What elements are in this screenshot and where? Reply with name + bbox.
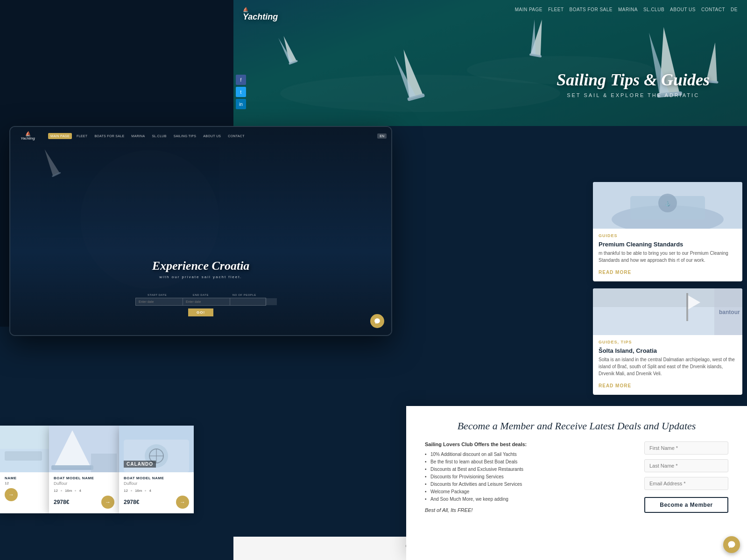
boat-2-footer: 2978€ → [54,496,114,509]
twitter-button[interactable]: t [236,87,246,97]
benefit-5: Discounts for Activities and Leisure Ser… [425,482,630,487]
article-1-read-more[interactable]: READ MORE [599,270,631,275]
boat-partial-specs: 12 [5,481,44,485]
article-1-text: m thankful to be able to bring you ser t… [599,250,737,264]
email-input[interactable] [644,477,728,490]
site-logo[interactable]: ⛵ Yachting [243,7,278,22]
hero-title-block: Sailing Tips & Guides SET SAIL & EXPLORE… [557,70,710,98]
boat-card-3-img: CALANDO [119,426,194,472]
boat-3-brand: Duffour [124,481,189,486]
boat-2-specs: 12 16m 4 [54,489,114,493]
nav-item-about[interactable]: ABOUT US [670,7,696,12]
svg-rect-35 [51,465,93,470]
search-inputs [135,298,266,306]
messenger-bubble-main[interactable] [723,536,740,553]
spec-dot-4 [145,490,146,491]
inner-hero-content: Experience Croatia with our private sail… [10,259,391,279]
go-button[interactable]: GO! [188,308,213,316]
article-card-1-image: ⚓ [593,182,742,229]
start-date-input[interactable] [136,298,183,305]
boat-card-3-body: BOAT MODEL NAME Duffour 12 16m 4 2978€ → [119,472,194,513]
hero-heading: Sailing Tips & Guides [557,70,710,90]
inner-nav-marina[interactable]: MARINA [129,133,147,139]
top-nav: MAIN PAGE FLEET BOATS FOR SALE MARINA SL… [515,7,738,12]
boat-partial-arrow[interactable]: → [5,488,18,501]
article-card-2: bantour GUIDES, TIPS Šolta Island, Croat… [593,288,742,395]
social-sidebar: f t in [236,75,246,109]
membership-subtitle: Sailing Lovers Club Offers the best deal… [425,441,630,447]
laptop-inner: ⛵ Yachting MAIN PAGE FLEET BOATS FOR SAL… [10,127,391,335]
inner-logo-icon: ⛵ [25,131,31,136]
boat-2-arrow[interactable]: → [101,496,114,509]
spec-dot-3 [131,490,132,491]
article-card-1-body: GUIDES Premium Cleaning Standards m than… [593,229,742,281]
boat-partial-type: NAME [5,476,44,480]
boat-partial-footer: → [5,488,44,501]
article-card-2-body: GUIDES, TIPS Šolta Island, Croatia Solta… [593,335,742,395]
article-1-title: Premium Cleaning Standards [599,241,737,248]
nav-item-marina[interactable]: MARINA [618,7,638,12]
svg-text:⚓: ⚓ [665,201,671,207]
boat-card-partial-img [0,426,49,472]
sailboats-aerial [233,0,747,126]
svg-rect-32 [5,451,42,461]
boat-card-3: CALANDO BOAT MODEL NAME Duffour 12 16m 4… [119,426,194,513]
nav-item-slclub[interactable]: SL.CLUB [643,7,664,12]
benefit-1: 10% Additional discount on all Sail Yach… [425,452,630,457]
facebook-button[interactable]: f [236,75,246,85]
benefit-2: Be the first to learn about Best Boat De… [425,459,630,464]
nav-item-fleet[interactable]: FLEET [548,7,564,12]
article-2-read-more[interactable]: READ MORE [599,383,631,388]
inner-logo[interactable]: ⛵ Yachting [15,131,41,140]
nav-item-contact[interactable]: CONTACT [701,7,725,12]
boat-2-berths: 4 [79,489,81,493]
nav-item-mainpage[interactable]: MAIN PAGE [515,7,543,12]
boat-3-price: 2978€ [124,499,139,505]
search-labels: START DATE END DATE NO OF PEOPLE [135,294,266,296]
nav-item-boats[interactable]: BOATS FOR SALE [570,7,613,12]
membership-right: Become a Member [644,441,728,513]
first-name-input[interactable] [644,441,728,455]
boat-3-banner: CALANDO [124,461,156,468]
article-cards-section: ⚓ GUIDES Premium Cleaning Standards m th… [593,182,747,395]
inner-nav-sailing[interactable]: SAILING TIPS [171,133,199,139]
end-date-label: END DATE [179,294,222,296]
inner-nav-boats[interactable]: BOATS FOR SALE [92,133,127,139]
nav-item-lang[interactable]: DE [731,7,738,12]
messenger-bubble-inner[interactable] [370,314,384,328]
membership-title: Become a Member and Receive Latest Deals… [425,420,728,432]
article-2-category: GUIDES, TIPS [599,340,737,344]
svg-rect-26 [686,293,688,321]
linkedin-button[interactable]: in [236,99,246,109]
boat-card-2: BOAT MODEL NAME Duffour 12 16m 4 2978€ → [49,426,119,513]
benefit-3: Discounts at Best and Exclusive Restaura… [425,467,630,472]
logo-icon: ⛵ [243,7,278,12]
inner-nav-about[interactable]: ABOUT US [201,133,223,139]
inner-nav-fleet[interactable]: FLEET [74,133,90,139]
membership-free: Best of All, Its FREE! [425,507,630,513]
no-people-input[interactable] [230,298,277,305]
inner-nav-contact[interactable]: CONTACT [226,133,247,139]
boat-card-2-body: BOAT MODEL NAME Duffour 12 16m 4 2978€ → [49,472,119,513]
boat-card-partial: NAME 12 → [0,426,49,513]
boat-3-type: BOAT MODEL NAME [124,476,189,480]
article-card-2-image: bantour [593,288,742,335]
article-2-text: Solta is an island in the central Dalmat… [599,356,737,377]
boat-3-cabins: 12 [124,489,128,493]
inner-hero-sub: with our private sail yacht fleet. [10,275,391,279]
end-date-input[interactable] [183,298,230,305]
inner-nav-mainpage[interactable]: MAIN PAGE [48,133,72,139]
article-2-title: Šolta Island, Croatia [599,347,737,354]
inner-nav-lang[interactable]: EN [377,133,387,139]
inner-nav-slclub[interactable]: SL.CLUB [149,133,169,139]
boat-3-footer: 2978€ → [124,496,189,509]
spec-dot-1 [61,490,62,491]
boat-3-arrow[interactable]: → [176,496,189,509]
last-name-input[interactable] [644,459,728,472]
boat-2-type: BOAT MODEL NAME [54,476,114,480]
hero-subheading: SET SAIL & EXPLORE THE ADRIATIC [557,92,710,98]
inner-search-form: START DATE END DATE NO OF PEOPLE GO! [135,294,266,316]
boat-2-cabins: 12 [54,489,58,493]
become-member-button[interactable]: Become a Member [644,497,728,513]
boat-3-berths: 4 [149,489,151,493]
